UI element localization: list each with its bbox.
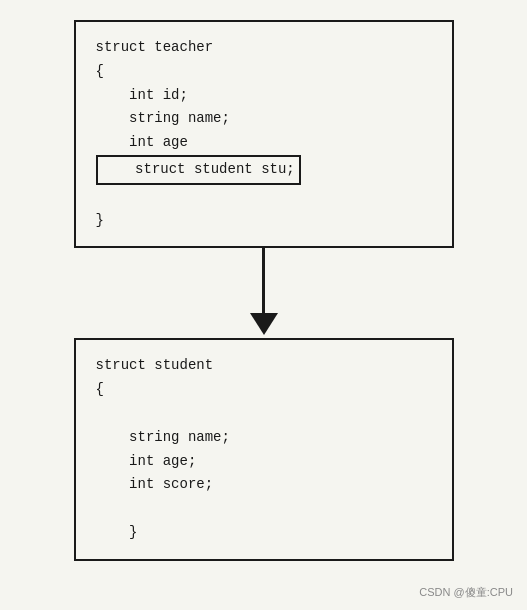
arrow xyxy=(250,248,278,338)
teacher-line-5: int age xyxy=(96,131,432,155)
student-line-1: struct student xyxy=(96,354,432,378)
teacher-struct-box: struct teacher { int id; string name; in… xyxy=(74,20,454,248)
teacher-line-3: int id; xyxy=(96,84,432,108)
student-struct-box: struct student { string name; int age; i… xyxy=(74,338,454,560)
student-line-8: } xyxy=(96,521,432,545)
teacher-line-4: string name; xyxy=(96,107,432,131)
teacher-line-8: } xyxy=(96,209,432,233)
student-line-2: { xyxy=(96,378,432,402)
highlighted-struct-student: struct student stu; xyxy=(96,155,301,185)
watermark: CSDN @傻童:CPU xyxy=(419,585,513,600)
teacher-line-7 xyxy=(96,185,432,209)
arrow-line xyxy=(262,248,265,313)
student-line-4: string name; xyxy=(96,426,432,450)
diagram-container: struct teacher { int id; string name; in… xyxy=(20,20,507,561)
student-line-7 xyxy=(96,497,432,521)
teacher-line-6: struct student stu; xyxy=(96,155,432,185)
arrow-head xyxy=(250,313,278,335)
teacher-line-1: struct teacher xyxy=(96,36,432,60)
student-line-5: int age; xyxy=(96,450,432,474)
student-line-3 xyxy=(96,402,432,426)
teacher-line-2: { xyxy=(96,60,432,84)
student-line-6: int score; xyxy=(96,473,432,497)
